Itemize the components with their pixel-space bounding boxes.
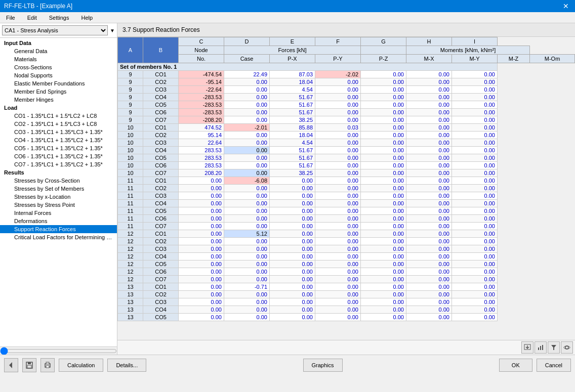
table-cell: 0.00 — [361, 276, 406, 283]
table-cell: -2.01 — [224, 124, 270, 132]
tree-item-stresses-cross[interactable]: Stresses by Cross-Section — [0, 177, 117, 185]
table-cell: CO5 — [143, 260, 179, 268]
table-cell: 0.00 — [406, 298, 452, 306]
table-cell: 0.00 — [270, 245, 315, 253]
tree-item-member-hinges[interactable]: Member Hinges — [0, 96, 117, 104]
tree-item-materials[interactable]: Materials — [0, 55, 117, 63]
table-cell: 0.00 — [361, 139, 406, 147]
col-header-g: G — [361, 37, 406, 46]
table-cell: 9 — [118, 78, 143, 86]
print-icon[interactable] — [40, 358, 55, 372]
table-cell: 0.00 — [406, 86, 452, 94]
ok-button[interactable]: OK — [499, 359, 532, 372]
combo-dropdown-icon[interactable]: ▼ — [110, 28, 115, 33]
table-cell: 0.00 — [452, 101, 498, 109]
left-scroll[interactable] — [0, 346, 117, 355]
menu-file[interactable]: File — [2, 14, 19, 22]
table-cell: 22.64 — [179, 139, 224, 147]
table-container[interactable]: A B C D E F G H I Node Forces [kN] — [117, 37, 575, 340]
view-icon[interactable] — [561, 341, 573, 354]
col-header-c: C — [179, 37, 224, 46]
table-cell: 0.00 — [224, 245, 270, 253]
menu-help[interactable]: Help — [77, 14, 97, 22]
filter-icon[interactable] — [548, 341, 560, 354]
table-cell: 0.00 — [179, 185, 224, 192]
table-cell: 0.00 — [224, 185, 270, 192]
left-hscroll-input[interactable] — [0, 348, 117, 354]
tree-item-co4[interactable]: CO4 - 1.35*LC1 + 1.35*LC2 + 1.35* — [0, 136, 117, 144]
table-cell: 51.67 — [270, 154, 315, 162]
table-row: 10CO322.640.004.540.000.000.000.00 — [118, 139, 575, 147]
details-button[interactable]: Details... — [107, 359, 146, 372]
tree-item-co2[interactable]: CO2 - 1.35*LC1 + 1.5*LC3 + LC8 — [0, 120, 117, 128]
table-cell: 0.00 — [361, 78, 406, 86]
graphics-button[interactable]: Graphics — [303, 359, 343, 372]
tree-item-stresses-x[interactable]: Stresses by x-Location — [0, 193, 117, 201]
tree-item-stresses-point[interactable]: Stresses by Stress Point — [0, 201, 117, 209]
table-cell: 0.00 — [406, 139, 452, 147]
tree-area: Input Data General Data Materials Cross-… — [0, 38, 117, 346]
table-row: 13CO20.000.000.000.000.000.000.00 — [118, 291, 575, 298]
table-cell: 0.00 — [315, 109, 361, 116]
table-cell: 0.00 — [452, 306, 498, 314]
table-cell: 0.00 — [452, 200, 498, 207]
table-row: 12CO70.000.000.000.000.000.000.00 — [118, 276, 575, 283]
tree-item-elastic-member[interactable]: Elastic Member Foundations — [0, 79, 117, 88]
close-icon[interactable]: ✕ — [561, 2, 571, 10]
tree-item-nodal-supports[interactable]: Nodal Supports — [0, 71, 117, 79]
table-cell: 0.00 — [270, 306, 315, 314]
table-cell: 0.00 — [224, 101, 270, 109]
table-cell: 11 — [118, 200, 143, 207]
tree-item-general-data[interactable]: General Data — [0, 47, 117, 55]
menu-edit[interactable]: Edit — [23, 14, 41, 22]
tree-item-co5[interactable]: CO5 - 1.35*LC1 + 1.35*LC2 + 1.35* — [0, 144, 117, 152]
table-cell: 0.00 — [452, 78, 498, 86]
cancel-button[interactable]: Cancel — [537, 359, 571, 372]
col-header-py: P-Y — [315, 55, 361, 63]
tree-item-deformations[interactable]: Deformations — [0, 217, 117, 225]
nav-back-icon[interactable] — [4, 358, 18, 372]
tree-item-co1[interactable]: CO1 - 1.35*LC1 + 1.5*LC2 + LC8 — [0, 112, 117, 120]
tree-item-co6[interactable]: CO6 - 1.35*LC1 + 1.35*LC2 + 1.35* — [0, 152, 117, 160]
calculation-button[interactable]: Calculation — [59, 359, 103, 372]
table-cell: 0.00 — [179, 230, 224, 238]
table-cell: 0.00 — [406, 147, 452, 154]
table-cell: 0.00 — [406, 253, 452, 260]
save-icon[interactable] — [22, 358, 36, 372]
table-cell: 0.00 — [224, 223, 270, 230]
tree-item-stresses-set[interactable]: Stresses by Set of Members — [0, 185, 117, 193]
chart-icon[interactable] — [535, 341, 547, 354]
table-cell: CO3 — [143, 245, 179, 253]
col-header-fx — [361, 46, 406, 55]
table-cell: 10 — [118, 124, 143, 132]
export-icon[interactable] — [521, 341, 533, 354]
tree-item-internal-forces[interactable]: Internal Forces — [0, 209, 117, 217]
table-row: 11CO30.000.000.000.000.000.000.00 — [118, 192, 575, 200]
tree-item-co3[interactable]: CO3 - 1.35*LC1 + 1.35*LC3 + 1.35* — [0, 128, 117, 136]
table-cell: 0.03 — [315, 124, 361, 132]
tree-item-co7[interactable]: CO7 - 1.35*LC1 + 1.35*LC2 + 1.35* — [0, 160, 117, 168]
table-cell: 0.00 — [315, 314, 361, 321]
tree-item-support-reactions[interactable]: Support Reaction Forces — [0, 225, 117, 233]
analysis-combo[interactable]: CA1 - Stress Analysis — [2, 25, 108, 35]
table-cell: CO3 — [143, 139, 179, 147]
table-cell: 0.00 — [452, 291, 498, 298]
table-cell: 0.00 — [452, 238, 498, 245]
panel-title: 3.7 Support Reaction Forces — [117, 23, 575, 37]
combo-bar: CA1 - Stress Analysis ▼ — [0, 23, 117, 38]
tree-item-member-end-springs[interactable]: Member End Springs — [0, 88, 117, 96]
table-cell: 18.04 — [270, 132, 315, 139]
col-header-moments: Moments [kNm, kNm²] — [406, 46, 530, 55]
menu-settings[interactable]: Settings — [45, 14, 73, 22]
table-row: 10CO5283.530.0051.670.000.000.000.00 — [118, 154, 575, 162]
table-cell: 0.00 — [406, 260, 452, 268]
tree-item-critical-load[interactable]: Critical Load Factors for Determining N-… — [0, 233, 117, 241]
tree-item-cross-sections[interactable]: Cross-Sections — [0, 63, 117, 71]
table-cell: 0.00 — [224, 207, 270, 215]
col-header-mz: M-Z — [498, 55, 530, 63]
table-cell: -283.53 — [179, 101, 224, 109]
table-cell: 0.00 — [224, 215, 270, 223]
table-cell: 0.00 — [315, 207, 361, 215]
table-cell: 0.00 — [179, 192, 224, 200]
table-cell: 0.00 — [406, 230, 452, 238]
